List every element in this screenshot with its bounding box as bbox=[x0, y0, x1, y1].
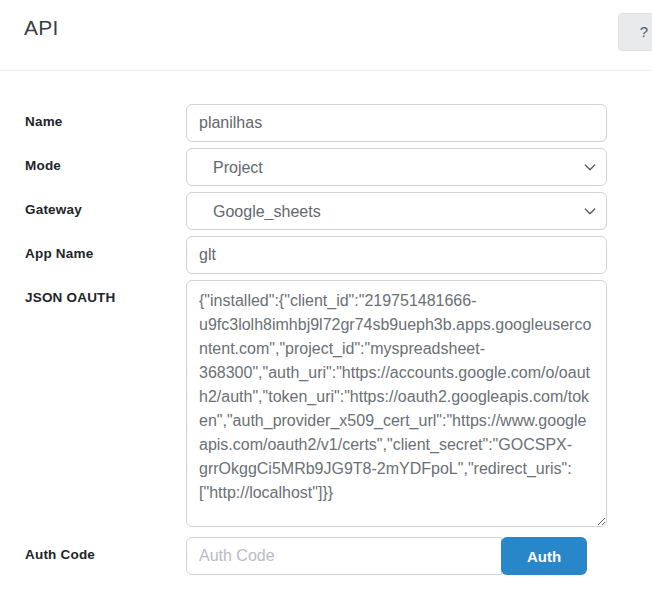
auth-code-input[interactable] bbox=[186, 537, 502, 575]
name-input[interactable] bbox=[186, 104, 607, 142]
api-settings-page: API ? Name Mode Project Gateway bbox=[0, 0, 652, 603]
page-header: API ? bbox=[0, 0, 652, 71]
page-title: API bbox=[24, 16, 58, 40]
json-oauth-textarea[interactable]: {"installed":{"client_id":"219751481666-… bbox=[186, 280, 607, 527]
app-name-row: App Name bbox=[25, 236, 652, 274]
question-mark-icon: ? bbox=[640, 23, 648, 40]
mode-label: Mode bbox=[25, 148, 186, 186]
auth-code-label: Auth Code bbox=[25, 537, 186, 575]
auth-code-row: Auth Code Auth bbox=[25, 537, 652, 575]
app-name-input[interactable] bbox=[186, 236, 607, 274]
auth-button[interactable]: Auth bbox=[501, 537, 587, 575]
gateway-select[interactable]: Google_sheets bbox=[186, 192, 607, 230]
mode-select[interactable]: Project bbox=[186, 148, 607, 186]
api-form: Name Mode Project Gateway Google_sheets bbox=[0, 71, 652, 575]
json-oauth-label: JSON OAUTH bbox=[25, 280, 186, 531]
name-label: Name bbox=[25, 104, 186, 142]
gateway-label: Gateway bbox=[25, 192, 186, 230]
gateway-row: Gateway Google_sheets bbox=[25, 192, 652, 230]
help-button[interactable]: ? bbox=[618, 13, 652, 51]
mode-row: Mode Project bbox=[25, 148, 652, 186]
app-name-label: App Name bbox=[25, 236, 186, 274]
name-row: Name bbox=[25, 104, 652, 142]
json-oauth-row: JSON OAUTH {"installed":{"client_id":"21… bbox=[25, 280, 652, 531]
